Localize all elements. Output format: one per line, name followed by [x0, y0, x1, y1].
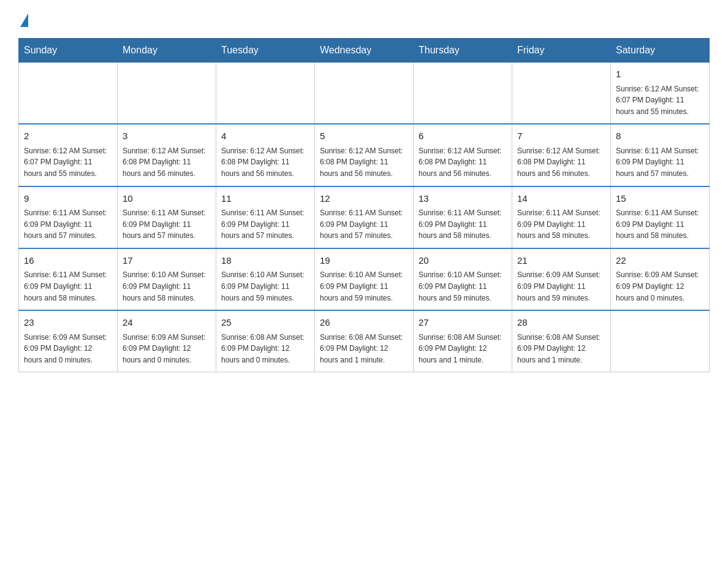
- day-number: 20: [419, 254, 507, 268]
- calendar-cell: 15Sunrise: 6:11 AM Sunset: 6:09 PM Dayli…: [611, 186, 710, 248]
- calendar-cell: 3Sunrise: 6:12 AM Sunset: 6:08 PM Daylig…: [118, 124, 216, 186]
- calendar-cell: [19, 63, 118, 124]
- calendar-cell: 1Sunrise: 6:12 AM Sunset: 6:07 PM Daylig…: [611, 63, 710, 124]
- day-info: Sunrise: 6:12 AM Sunset: 6:07 PM Dayligh…: [616, 83, 704, 118]
- day-number: 1: [616, 67, 704, 82]
- day-number: 21: [517, 254, 605, 268]
- day-number: 28: [517, 316, 605, 330]
- calendar-cell: 9Sunrise: 6:11 AM Sunset: 6:09 PM Daylig…: [19, 186, 118, 248]
- day-info: Sunrise: 6:11 AM Sunset: 6:09 PM Dayligh…: [419, 207, 507, 242]
- day-info: Sunrise: 6:08 AM Sunset: 6:09 PM Dayligh…: [320, 332, 408, 366]
- day-number: 22: [616, 254, 704, 268]
- calendar-cell: [216, 63, 315, 124]
- day-info: Sunrise: 6:09 AM Sunset: 6:09 PM Dayligh…: [616, 269, 704, 304]
- day-number: 10: [123, 192, 211, 206]
- day-number: 13: [419, 192, 507, 206]
- calendar-cell: 19Sunrise: 6:10 AM Sunset: 6:09 PM Dayli…: [315, 248, 414, 310]
- day-number: 3: [123, 129, 211, 144]
- day-of-week-header: Wednesday: [315, 39, 414, 63]
- day-info: Sunrise: 6:11 AM Sunset: 6:09 PM Dayligh…: [517, 207, 605, 242]
- calendar-cell: 21Sunrise: 6:09 AM Sunset: 6:09 PM Dayli…: [512, 248, 611, 310]
- calendar-week-row: 9Sunrise: 6:11 AM Sunset: 6:09 PM Daylig…: [19, 186, 710, 248]
- day-number: 15: [616, 192, 704, 206]
- day-info: Sunrise: 6:11 AM Sunset: 6:09 PM Dayligh…: [616, 145, 704, 180]
- calendar-cell: 16Sunrise: 6:11 AM Sunset: 6:09 PM Dayli…: [19, 248, 118, 310]
- day-info: Sunrise: 6:08 AM Sunset: 6:09 PM Dayligh…: [517, 332, 605, 366]
- day-info: Sunrise: 6:12 AM Sunset: 6:08 PM Dayligh…: [123, 145, 211, 180]
- day-info: Sunrise: 6:11 AM Sunset: 6:09 PM Dayligh…: [320, 207, 408, 242]
- logo: [18, 12, 28, 27]
- calendar-cell: [414, 63, 512, 124]
- calendar-cell: 11Sunrise: 6:11 AM Sunset: 6:09 PM Dayli…: [216, 186, 315, 248]
- calendar-week-row: 16Sunrise: 6:11 AM Sunset: 6:09 PM Dayli…: [19, 248, 710, 310]
- page-header: [18, 12, 710, 27]
- day-of-week-header: Friday: [512, 39, 611, 63]
- calendar-cell: 14Sunrise: 6:11 AM Sunset: 6:09 PM Dayli…: [512, 186, 611, 248]
- calendar-cell: [118, 63, 216, 124]
- day-info: Sunrise: 6:11 AM Sunset: 6:09 PM Dayligh…: [123, 207, 211, 242]
- calendar-cell: 23Sunrise: 6:09 AM Sunset: 6:09 PM Dayli…: [19, 310, 118, 372]
- day-of-week-header: Tuesday: [216, 39, 315, 63]
- day-info: Sunrise: 6:11 AM Sunset: 6:09 PM Dayligh…: [221, 207, 309, 242]
- day-number: 19: [320, 254, 408, 268]
- calendar-cell: 5Sunrise: 6:12 AM Sunset: 6:08 PM Daylig…: [315, 124, 414, 186]
- calendar-cell: 2Sunrise: 6:12 AM Sunset: 6:07 PM Daylig…: [19, 124, 118, 186]
- day-info: Sunrise: 6:11 AM Sunset: 6:09 PM Dayligh…: [616, 207, 704, 242]
- calendar-cell: 22Sunrise: 6:09 AM Sunset: 6:09 PM Dayli…: [611, 248, 710, 310]
- calendar-cell: 10Sunrise: 6:11 AM Sunset: 6:09 PM Dayli…: [118, 186, 216, 248]
- calendar-cell: 26Sunrise: 6:08 AM Sunset: 6:09 PM Dayli…: [315, 310, 414, 372]
- calendar-cell: [611, 310, 710, 372]
- day-number: 8: [616, 129, 704, 144]
- calendar-cell: 7Sunrise: 6:12 AM Sunset: 6:08 PM Daylig…: [512, 124, 611, 186]
- day-number: 18: [221, 254, 309, 268]
- calendar-cell: 27Sunrise: 6:08 AM Sunset: 6:09 PM Dayli…: [414, 310, 512, 372]
- day-number: 24: [123, 316, 211, 330]
- calendar-cell: 20Sunrise: 6:10 AM Sunset: 6:09 PM Dayli…: [414, 248, 512, 310]
- calendar-week-row: 23Sunrise: 6:09 AM Sunset: 6:09 PM Dayli…: [19, 310, 710, 372]
- calendar-cell: 28Sunrise: 6:08 AM Sunset: 6:09 PM Dayli…: [512, 310, 611, 372]
- day-info: Sunrise: 6:08 AM Sunset: 6:09 PM Dayligh…: [419, 332, 507, 366]
- day-info: Sunrise: 6:11 AM Sunset: 6:09 PM Dayligh…: [24, 207, 112, 242]
- day-of-week-header: Sunday: [19, 39, 118, 63]
- day-info: Sunrise: 6:09 AM Sunset: 6:09 PM Dayligh…: [517, 269, 605, 304]
- calendar-table: SundayMondayTuesdayWednesdayThursdayFrid…: [18, 38, 710, 372]
- day-number: 7: [517, 129, 605, 144]
- day-of-week-header: Monday: [118, 39, 216, 63]
- calendar-cell: 18Sunrise: 6:10 AM Sunset: 6:09 PM Dayli…: [216, 248, 315, 310]
- calendar-cell: 25Sunrise: 6:08 AM Sunset: 6:09 PM Dayli…: [216, 310, 315, 372]
- day-number: 14: [517, 192, 605, 206]
- day-number: 12: [320, 192, 408, 206]
- day-number: 6: [419, 129, 507, 144]
- day-info: Sunrise: 6:09 AM Sunset: 6:09 PM Dayligh…: [24, 332, 112, 366]
- calendar-cell: 4Sunrise: 6:12 AM Sunset: 6:08 PM Daylig…: [216, 124, 315, 186]
- logo-triangle-icon: [20, 13, 28, 27]
- day-info: Sunrise: 6:10 AM Sunset: 6:09 PM Dayligh…: [320, 269, 408, 304]
- day-info: Sunrise: 6:12 AM Sunset: 6:08 PM Dayligh…: [221, 145, 309, 180]
- calendar-cell: 17Sunrise: 6:10 AM Sunset: 6:09 PM Dayli…: [118, 248, 216, 310]
- day-info: Sunrise: 6:12 AM Sunset: 6:08 PM Dayligh…: [419, 145, 507, 180]
- day-number: 5: [320, 129, 408, 144]
- day-info: Sunrise: 6:10 AM Sunset: 6:09 PM Dayligh…: [123, 269, 211, 304]
- calendar-week-row: 2Sunrise: 6:12 AM Sunset: 6:07 PM Daylig…: [19, 124, 710, 186]
- day-info: Sunrise: 6:11 AM Sunset: 6:09 PM Dayligh…: [24, 269, 112, 304]
- calendar-week-row: 1Sunrise: 6:12 AM Sunset: 6:07 PM Daylig…: [19, 63, 710, 124]
- calendar-header-row: SundayMondayTuesdayWednesdayThursdayFrid…: [19, 39, 710, 63]
- day-info: Sunrise: 6:08 AM Sunset: 6:09 PM Dayligh…: [221, 332, 309, 366]
- day-of-week-header: Saturday: [611, 39, 710, 63]
- calendar-cell: [512, 63, 611, 124]
- day-of-week-header: Thursday: [414, 39, 512, 63]
- day-info: Sunrise: 6:10 AM Sunset: 6:09 PM Dayligh…: [221, 269, 309, 304]
- day-number: 26: [320, 316, 408, 330]
- calendar-cell: 8Sunrise: 6:11 AM Sunset: 6:09 PM Daylig…: [611, 124, 710, 186]
- day-number: 9: [24, 192, 112, 206]
- day-number: 17: [123, 254, 211, 268]
- day-number: 23: [24, 316, 112, 330]
- day-number: 16: [24, 254, 112, 268]
- calendar-cell: 13Sunrise: 6:11 AM Sunset: 6:09 PM Dayli…: [414, 186, 512, 248]
- day-info: Sunrise: 6:09 AM Sunset: 6:09 PM Dayligh…: [123, 332, 211, 366]
- calendar-cell: 6Sunrise: 6:12 AM Sunset: 6:08 PM Daylig…: [414, 124, 512, 186]
- day-info: Sunrise: 6:12 AM Sunset: 6:08 PM Dayligh…: [320, 145, 408, 180]
- calendar-cell: 12Sunrise: 6:11 AM Sunset: 6:09 PM Dayli…: [315, 186, 414, 248]
- day-info: Sunrise: 6:12 AM Sunset: 6:08 PM Dayligh…: [517, 145, 605, 180]
- day-number: 25: [221, 316, 309, 330]
